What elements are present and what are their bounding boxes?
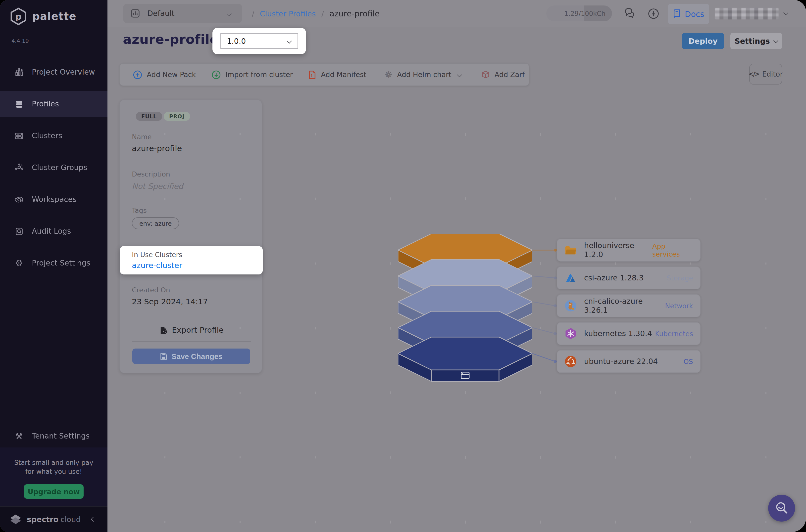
footer-brand: spectrocloud bbox=[27, 515, 80, 524]
export-profile-button[interactable]: Export Profile bbox=[120, 324, 263, 337]
spectro-cloud-logo-icon bbox=[9, 513, 22, 526]
add-manifest-button[interactable]: Add Manifest bbox=[308, 64, 366, 86]
save-icon bbox=[160, 353, 167, 360]
breadcrumb-current: azure-profile bbox=[330, 9, 380, 18]
breadcrumb-separator: / bbox=[252, 9, 255, 18]
sidebar-footer: spectrocloud bbox=[0, 506, 108, 532]
chevron-down-icon[interactable] bbox=[783, 10, 788, 15]
svg-text:p: p bbox=[15, 12, 22, 22]
tags-label: Tags bbox=[132, 206, 147, 214]
sidebar-item-label: Clusters bbox=[32, 131, 62, 140]
pack-row-csi-azure[interactable]: csi-azure 1.28.3 Storage bbox=[557, 266, 700, 289]
sidebar-item-label: Audit Logs bbox=[32, 227, 71, 236]
sidebar-item-tenant-settings[interactable]: ⚒ Tenant Settings bbox=[0, 423, 108, 449]
sidebar-item-label: Project Settings bbox=[32, 259, 90, 267]
scope-badge-full: FULL bbox=[136, 112, 162, 121]
doc-search-icon bbox=[14, 226, 24, 236]
created-on-value: 23 Sep 2024, 14:17 bbox=[132, 297, 208, 306]
chevron-down-icon bbox=[774, 38, 778, 43]
divider bbox=[132, 341, 251, 342]
sidebar-item-cluster-groups[interactable]: Cluster Groups bbox=[0, 155, 108, 180]
sidebar-item-project-overview[interactable]: Project Overview bbox=[0, 59, 108, 85]
page-title: azure-profile bbox=[123, 32, 219, 47]
settings-button[interactable]: Settings bbox=[730, 33, 782, 49]
bar-chart-icon bbox=[14, 67, 24, 77]
zarf-package-icon bbox=[481, 70, 490, 79]
breadcrumb: / Cluster Profiles / azure-profile bbox=[252, 0, 380, 27]
sidebar-item-project-settings[interactable]: ⚙ Project Settings bbox=[0, 250, 108, 276]
app-name: palette bbox=[32, 11, 76, 22]
download-circle-icon bbox=[212, 70, 221, 79]
profile-version-value: 1.0.0 bbox=[227, 37, 246, 45]
upgrade-now-button[interactable]: Upgrade now bbox=[24, 484, 84, 499]
sidebar-item-label: Workspaces bbox=[32, 195, 77, 204]
editor-button[interactable]: </> Editor bbox=[749, 64, 782, 84]
chevron-down-icon bbox=[287, 39, 292, 43]
sidebar-item-audit-logs[interactable]: Audit Logs bbox=[0, 218, 108, 244]
sidebar-item-clusters[interactable]: Clusters bbox=[0, 123, 108, 149]
pack-row-cni-calico-azure[interactable]: cni-calico-azure 3.26.1 Network bbox=[557, 294, 700, 317]
export-file-icon bbox=[159, 326, 167, 334]
app-window: p palette 4.4.19 Project Overview Profil… bbox=[0, 0, 806, 532]
collapse-sidebar-icon[interactable] bbox=[91, 517, 96, 522]
calico-icon bbox=[564, 299, 577, 312]
pack-name: ubuntu-azure 22.04 bbox=[584, 357, 658, 366]
usage-quota-value: 1.29/100kCh bbox=[564, 10, 605, 17]
description-value: Not Specified bbox=[132, 182, 183, 191]
pack-name: hellouniverse 1.2.0 bbox=[584, 241, 652, 259]
pack-row-hellouniverse[interactable]: hellouniverse 1.2.0 App services bbox=[557, 239, 700, 262]
brand-logo[interactable]: p palette bbox=[9, 7, 76, 26]
import-from-cluster-button[interactable]: Import from cluster bbox=[212, 64, 293, 86]
version-spotlight: 1.0.0 bbox=[213, 28, 306, 54]
pack-name: kubernetes 1.30.4 bbox=[584, 329, 652, 338]
code-icon: </> bbox=[749, 71, 759, 78]
pack-row-kubernetes[interactable]: kubernetes 1.30.4 Kubernetes bbox=[557, 322, 700, 345]
sidebar-item-label: Project Overview bbox=[32, 68, 95, 77]
profile-version-select[interactable]: 1.0.0 bbox=[220, 33, 298, 49]
chevron-down-icon bbox=[227, 11, 232, 16]
add-helm-chart-label: Add Helm chart bbox=[397, 71, 451, 79]
palette-logo-icon: p bbox=[9, 7, 28, 26]
folder-icon bbox=[564, 244, 577, 256]
sidebar-item-label: Cluster Groups bbox=[32, 163, 87, 172]
compass-icon[interactable] bbox=[647, 7, 660, 20]
sidebar-item-workspaces[interactable]: Workspaces bbox=[0, 187, 108, 212]
pack-name: csi-azure 1.28.3 bbox=[584, 273, 644, 282]
promo-line1: Start small and only pay bbox=[0, 458, 108, 467]
pack-category: OS bbox=[684, 358, 693, 365]
editor-label: Editor bbox=[762, 70, 783, 78]
docs-label: Docs bbox=[685, 9, 704, 19]
user-menu-blurred-name[interactable] bbox=[715, 8, 778, 19]
add-new-pack-button[interactable]: Add New Pack bbox=[133, 64, 196, 86]
save-changes-button[interactable]: Save Changes bbox=[132, 348, 250, 364]
brand-cloud: cloud bbox=[60, 515, 80, 524]
book-icon bbox=[673, 9, 681, 19]
add-helm-chart-button[interactable]: ☸ Add Helm chart bbox=[385, 64, 461, 86]
pack-category: Storage bbox=[667, 274, 693, 282]
pack-row-ubuntu-azure[interactable]: ubuntu-azure 22.04 OS bbox=[557, 350, 700, 373]
pack-category: Network bbox=[665, 302, 693, 310]
helm-wheel-icon: ☸ bbox=[385, 70, 392, 79]
settings-label: Settings bbox=[735, 37, 770, 45]
name-label: Name bbox=[132, 133, 152, 141]
add-zarf-button[interactable]: Add Zarf bbox=[481, 64, 525, 86]
project-scope-dropdown[interactable]: Default bbox=[123, 4, 242, 23]
ubuntu-icon bbox=[564, 355, 577, 368]
search-assistant-fab[interactable] bbox=[768, 495, 795, 521]
breadcrumb-cluster-profiles[interactable]: Cluster Profiles bbox=[260, 9, 316, 18]
sidebar-item-profiles[interactable]: Profiles bbox=[0, 91, 108, 117]
name-value: azure-profile bbox=[132, 144, 182, 153]
add-manifest-label: Add Manifest bbox=[321, 71, 366, 79]
pack-category: App services bbox=[652, 242, 693, 258]
docs-button[interactable]: Docs bbox=[668, 4, 709, 24]
tools-icon: ⚒ bbox=[14, 431, 24, 441]
chat-icon[interactable] bbox=[623, 7, 636, 20]
project-icon bbox=[130, 8, 140, 18]
add-new-pack-label: Add New Pack bbox=[147, 71, 196, 79]
kubernetes-icon bbox=[564, 327, 577, 340]
stack-layer-os[interactable] bbox=[398, 337, 532, 381]
topbar: Default / Cluster Profiles / azure-profi… bbox=[108, 0, 806, 27]
in-use-cluster-link[interactable]: azure-cluster bbox=[132, 261, 182, 270]
sidebar-item-label: Profiles bbox=[32, 99, 59, 108]
deploy-button[interactable]: Deploy bbox=[682, 33, 724, 49]
